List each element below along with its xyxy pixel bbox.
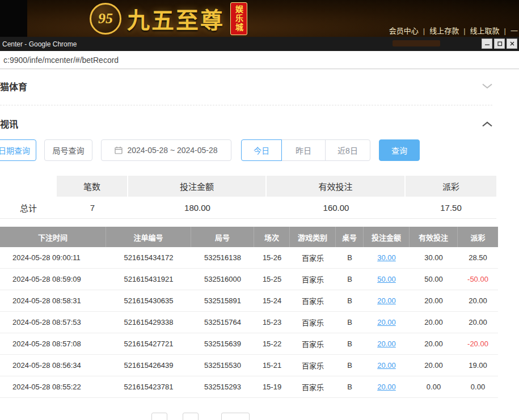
section-sports[interactable]: 猫体育 — [0, 78, 493, 94]
round-no-cell: 532516138 — [191, 247, 254, 268]
bet-no-cell: 521615434172 — [106, 247, 191, 268]
header-nav: 会员中心线上存款线上取款一 — [389, 25, 518, 36]
chevron-up-icon[interactable] — [482, 121, 492, 127]
bet-amount-cell: 30.00 — [364, 247, 410, 268]
minimize-icon — [484, 41, 490, 46]
game-type-cell: 百家乐 — [290, 312, 336, 333]
section-sports-label: 猫体育 — [0, 79, 27, 93]
table-row: 2024-05-28 08:59:09 521615431921 5325160… — [0, 269, 498, 290]
nav-online-withdraw[interactable]: 线上取款 — [459, 27, 499, 35]
bet-amount-cell: 20.00 — [364, 376, 410, 397]
page-canvas: 95 九五至尊 娱乐城 会员中心线上存款线上取款一 Center - Googl… — [0, 0, 519, 420]
browser-titlebar[interactable]: Center - Google Chrome — [0, 37, 519, 51]
pagination-button-prev[interactable] — [151, 413, 167, 420]
round-no-cell: 532515764 — [191, 312, 254, 333]
bet-no-cell: 521615423781 — [106, 376, 191, 397]
section-video[interactable]: 视讯 — [0, 116, 493, 131]
header-game-type: 游戏类别 — [290, 227, 336, 247]
yesterday-button[interactable]: 昨日 — [281, 139, 326, 161]
last-8-days-button[interactable]: 近8日 — [325, 139, 370, 161]
table-row: 2024-05-28 08:58:31 521615430635 5325158… — [0, 290, 498, 312]
summary-header-valid-bet: 有效投注 — [267, 176, 406, 197]
payout-cell: 20.00 — [458, 312, 498, 333]
game-type-cell: 百家乐 — [290, 376, 336, 397]
bet-table-header: 下注时间 注单编号 局号 场次 游戏类别 桌号 投注金额 有效投注 派彩 — [0, 227, 498, 247]
table-no-cell: B — [336, 376, 364, 397]
brand-logo[interactable]: 95 九五至尊 娱乐城 — [90, 1, 247, 36]
summary-table: 笔数 投注金额 有效投注 派彩 总计 7 180.00 160.00 17.50 — [0, 176, 496, 219]
date-range-picker[interactable]: 2024-05-28 ~ 2024-05-28 — [101, 139, 231, 161]
date-range-value: 2024-05-28 ~ 2024-05-28 — [127, 146, 217, 155]
bet-time-cell: 2024-05-28 08:57:53 — [0, 312, 106, 333]
table-no-cell: B — [336, 355, 364, 376]
bet-amount-link[interactable]: 20.00 — [377, 318, 396, 326]
bet-record-table: 下注时间 注单编号 局号 场次 游戏类别 桌号 投注金额 有效投注 派彩 202… — [0, 227, 498, 398]
bet-amount-link[interactable]: 20.00 — [377, 340, 396, 348]
maximize-icon — [497, 41, 503, 46]
summary-header-payout: 派彩 — [406, 176, 496, 197]
summary-header-bet-amount: 投注金额 — [128, 176, 267, 197]
bet-amount-link[interactable]: 20.00 — [377, 383, 396, 391]
payout-cell: 20.00 — [458, 290, 498, 311]
round-query-button[interactable]: 局号查询 — [44, 139, 92, 161]
header-bet-time: 下注时间 — [0, 227, 106, 247]
nav-online-deposit[interactable]: 线上存款 — [419, 27, 459, 35]
brand-emblem-icon: 95 — [90, 3, 121, 35]
browser-urlbar[interactable]: c:9900/infe/mcenter/#/betRecord — [0, 51, 519, 69]
summary-bet-amount-value: 180.00 — [128, 197, 267, 218]
maximize-button[interactable] — [494, 39, 505, 49]
payout-cell: 0.00 — [458, 376, 498, 397]
table-row: 2024-05-28 08:57:08 521615427721 5325156… — [0, 333, 498, 355]
game-type-cell: 百家乐 — [290, 290, 336, 311]
site-header: 95 九五至尊 娱乐城 会员中心线上存款线上取款一 — [0, 0, 519, 37]
pagination-button-page[interactable] — [183, 413, 199, 420]
bet-amount-link[interactable]: 20.00 — [377, 296, 396, 305]
summary-payout-value: 17.50 — [406, 197, 496, 218]
header-bet-no: 注单编号 — [106, 227, 191, 247]
section-divider — [0, 105, 492, 105]
section-video-label: 视讯 — [0, 117, 18, 130]
bet-no-cell: 521615427721 — [106, 333, 191, 354]
pagination-button-next[interactable] — [221, 413, 250, 420]
table-no-cell: B — [336, 247, 364, 268]
session-cell: 15-21 — [254, 355, 290, 376]
bet-time-cell: 2024-05-28 09:00:11 — [0, 247, 106, 268]
session-cell: 15-24 — [254, 290, 290, 311]
bet-no-cell: 521615429338 — [106, 312, 191, 333]
nav-truncated-item[interactable]: 一 — [500, 27, 518, 35]
sidebar-strip — [0, 0, 27, 37]
obscured-header-content — [393, 40, 440, 46]
brand-title: 九五至尊 — [127, 2, 225, 35]
main-content: 猫体育 视讯 日期查询 局号查询 2024-05-28 ~ 2024-05-28… — [0, 69, 519, 420]
minimize-button[interactable] — [482, 39, 492, 49]
today-button[interactable]: 今日 — [241, 139, 282, 161]
chevron-down-icon[interactable] — [482, 83, 492, 89]
bet-amount-link[interactable]: 50.00 — [377, 275, 396, 283]
summary-header-count: 笔数 — [57, 176, 128, 197]
header-table-no: 桌号 — [336, 227, 364, 247]
header-session: 场次 — [254, 227, 290, 247]
game-type-cell: 百家乐 — [290, 269, 336, 290]
bet-no-cell: 521615431921 — [106, 269, 191, 290]
table-no-cell: B — [336, 269, 364, 290]
bet-amount-link[interactable]: 30.00 — [377, 253, 396, 262]
valid-bet-cell: 50.00 — [410, 269, 458, 290]
nav-member-center[interactable]: 会员中心 — [389, 27, 419, 35]
bet-time-cell: 2024-05-28 08:58:31 — [0, 290, 106, 311]
header-round-no: 局号 — [191, 227, 254, 247]
search-button[interactable]: 查询 — [379, 139, 420, 161]
bet-amount-link[interactable]: 20.00 — [377, 361, 396, 370]
round-no-cell: 532516000 — [191, 269, 254, 290]
close-button[interactable] — [507, 39, 517, 49]
payout-cell: -20.00 — [458, 333, 498, 354]
valid-bet-cell: 20.00 — [410, 290, 458, 311]
date-query-button[interactable]: 日期查询 — [0, 139, 36, 161]
game-type-cell: 百家乐 — [290, 247, 336, 268]
quick-range-group: 今日 昨日 近8日 — [241, 139, 370, 161]
bet-time-cell: 2024-05-28 08:59:09 — [0, 269, 106, 290]
window-title: Center - Google Chrome — [2, 40, 77, 48]
round-no-cell: 532515530 — [191, 355, 254, 376]
header-valid-bet: 有效投注 — [410, 227, 458, 247]
session-cell: 15-25 — [254, 269, 290, 290]
url-text: c:9900/infe/mcenter/#/betRecord — [3, 56, 119, 65]
